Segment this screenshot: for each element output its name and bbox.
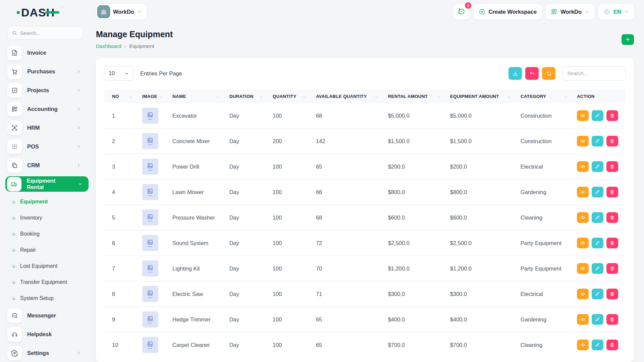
submenu-item-system-setup[interactable]: System Setup — [7, 292, 83, 305]
apps-menu-button[interactable]: WorkDo — [546, 4, 594, 19]
cell-equipment-amount: $2,500.0 — [447, 230, 518, 256]
view-button[interactable] — [577, 136, 589, 146]
view-button[interactable] — [577, 340, 589, 350]
sidebar-item-accounting[interactable]: Accounting — [7, 101, 83, 117]
sidebar-item-helpdesk[interactable]: Helpdesk — [7, 326, 83, 342]
sidebar-item-equipment-rental[interactable]: Equipment Rental — [5, 176, 89, 192]
column-header-name[interactable]: NAME↑↓ — [170, 89, 227, 103]
view-button[interactable] — [577, 263, 589, 274]
sidebar-item-pos[interactable]: POS — [7, 139, 83, 154]
column-header-category[interactable]: CATEGORY↑↓ — [518, 89, 574, 103]
cell-name: Lighting Kit — [170, 256, 227, 281]
edit-button[interactable] — [592, 340, 603, 350]
view-button[interactable] — [577, 110, 589, 121]
sort-icon[interactable]: ↑↓ — [129, 95, 137, 99]
sort-icon[interactable]: ↑↓ — [564, 95, 572, 99]
column-header-rental-amount[interactable]: RENTAL AMOUNT↑↓ — [385, 89, 447, 103]
delete-button[interactable] — [606, 161, 618, 172]
delete-button[interactable] — [606, 289, 618, 299]
delete-button[interactable] — [606, 136, 618, 146]
sort-icon[interactable]: ↑↓ — [303, 95, 311, 99]
delete-button[interactable] — [606, 187, 618, 197]
sidebar-item-label: Equipment Rental — [27, 178, 72, 190]
delete-button[interactable] — [606, 314, 618, 325]
edit-button[interactable] — [592, 136, 603, 146]
trash-icon — [609, 317, 615, 322]
delete-button[interactable] — [606, 212, 618, 223]
plus-icon — [625, 37, 631, 42]
sort-icon[interactable]: ↑↓ — [216, 95, 224, 99]
submenu-item-booking[interactable]: Booking — [7, 227, 83, 241]
sidebar-item-purchases[interactable]: Purchases — [7, 64, 83, 79]
submenu-item-equipment[interactable]: Equipment — [7, 195, 83, 208]
sidebar-item-label: CRM — [27, 162, 40, 169]
delete-button[interactable] — [606, 340, 618, 350]
view-button[interactable] — [577, 314, 589, 325]
sort-icon[interactable]: ↑↓ — [437, 95, 445, 99]
chevron-down-icon — [624, 9, 629, 14]
submenu-item-label: Equipment — [20, 199, 48, 205]
column-header-quantity[interactable]: QUANTITY↑↓ — [270, 89, 313, 103]
edit-button[interactable] — [592, 263, 603, 274]
view-button[interactable] — [577, 187, 589, 197]
sort-icon[interactable]: ↑↓ — [260, 95, 267, 99]
edit-button[interactable] — [592, 212, 603, 223]
submenu-item-transfer-equipment[interactable]: Transfer Equipment — [7, 276, 83, 289]
entries-per-page-select[interactable]: 10 — [104, 66, 133, 81]
column-header-equipment-amount[interactable]: EQUIPMENT AMOUNT↑↓ — [447, 89, 518, 103]
create-workspace-button[interactable]: Create Workspace — [474, 4, 542, 19]
workspace-selector[interactable]: WorkDo — [96, 4, 147, 19]
submenu-item-lost-equipment[interactable]: Lost Equipment — [7, 259, 83, 273]
edit-button[interactable] — [592, 289, 603, 299]
delete-button[interactable] — [606, 263, 618, 274]
sidebar-search[interactable] — [7, 26, 83, 40]
edit-button[interactable] — [592, 110, 603, 121]
edit-button[interactable] — [592, 161, 603, 172]
messages-button[interactable]: 0 — [453, 4, 470, 19]
dash-logo[interactable]: DASH — [17, 5, 83, 19]
delete-button[interactable] — [606, 238, 618, 248]
sort-icon[interactable]: ↑↓ — [159, 95, 167, 99]
sort-icon[interactable]: ↑↓ — [375, 95, 383, 99]
cell-image — [140, 281, 170, 307]
row-actions — [577, 187, 623, 197]
equipment-image-placeholder — [142, 133, 158, 149]
submenu-item-inventory[interactable]: Inventory — [7, 211, 83, 225]
edit-button[interactable] — [592, 238, 603, 248]
add-equipment-button[interactable] — [622, 34, 634, 45]
page-header: Manage Equipment Dashboard › Equipment — [96, 29, 634, 49]
view-button[interactable] — [577, 212, 589, 223]
column-header-image[interactable]: IMAGE↑↓ — [140, 89, 170, 103]
sidebar-item-projects[interactable]: Projects — [7, 82, 83, 98]
breadcrumb-dashboard-link[interactable]: Dashboard — [96, 43, 121, 49]
reset-button[interactable] — [525, 67, 539, 80]
sidebar-item-crm[interactable]: CRM — [7, 158, 83, 173]
sidebar-item-messenger[interactable]: Messenger — [7, 308, 83, 323]
export-button[interactable] — [508, 67, 522, 80]
language-selector[interactable]: EN — [598, 4, 634, 19]
cell-available-quantity: 70 — [313, 256, 385, 281]
column-header-duration[interactable]: DURATION↑↓ — [227, 89, 270, 103]
column-header-available-quantity[interactable]: AVAILABLE QUANTITY↑↓ — [313, 89, 385, 103]
view-button[interactable] — [577, 161, 589, 172]
column-header-no[interactable]: NO↑↓ — [104, 89, 140, 103]
trash-icon — [609, 215, 615, 220]
view-button[interactable] — [577, 289, 589, 299]
eye-icon — [580, 113, 585, 118]
page-title: Manage Equipment — [96, 29, 173, 39]
table-search-input[interactable] — [562, 66, 626, 80]
refresh-button[interactable] — [542, 67, 555, 80]
sidebar-search-input[interactable] — [20, 30, 78, 36]
cell-actions — [574, 307, 626, 332]
delete-button[interactable] — [606, 110, 618, 121]
eye-icon — [580, 138, 585, 144]
submenu-item-repair[interactable]: Repair — [7, 243, 83, 257]
sidebar-item-hrm[interactable]: HRM — [7, 120, 83, 135]
sidebar-item-invoice[interactable]: Invoice — [7, 45, 83, 60]
sort-icon[interactable]: ↑↓ — [507, 95, 515, 99]
sidebar-item-label: Helpdesk — [27, 331, 52, 338]
sidebar-item-settings[interactable]: Settings — [7, 345, 83, 361]
view-button[interactable] — [577, 238, 589, 248]
edit-button[interactable] — [592, 314, 603, 325]
edit-button[interactable] — [592, 187, 603, 197]
